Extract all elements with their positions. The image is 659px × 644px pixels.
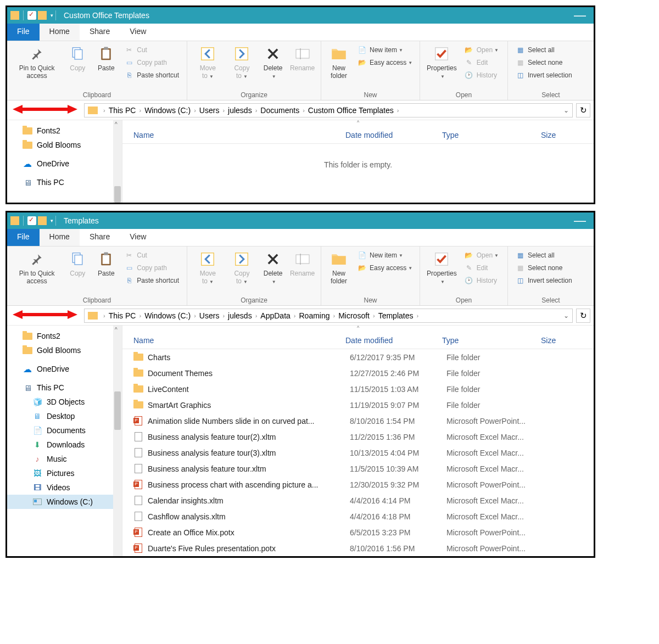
nav-item-this-pc[interactable]: 🖥This PC	[7, 175, 122, 189]
nav-item-fonts2[interactable]: Fonts2	[7, 329, 122, 343]
column-header-size[interactable]: Size	[535, 336, 568, 345]
title-bar[interactable]: ▾ Templates —	[7, 212, 594, 229]
delete-button[interactable]: Delete▼	[259, 43, 287, 82]
nav-scrollbar[interactable]: ^	[113, 326, 122, 556]
file-row[interactable]: Business process chart with ascending pi…	[122, 477, 594, 492]
column-header-size[interactable]: Size	[535, 131, 568, 139]
scroll-up-icon[interactable]: ^	[115, 327, 118, 333]
nav-item-pictures[interactable]: 🖼Pictures	[7, 466, 122, 480]
copy-to-button[interactable]: Copy to▼	[225, 249, 259, 287]
cut-button[interactable]: ✂Cut	[122, 44, 181, 55]
refresh-button[interactable]: ↻	[576, 309, 590, 323]
history-button[interactable]: 🕑History	[462, 70, 501, 81]
breadcrumb-segment[interactable]: Roaming	[298, 311, 331, 320]
breadcrumb-separator[interactable]: ›	[371, 312, 377, 319]
open-button[interactable]: 📂Open▼	[462, 44, 501, 55]
edit-button[interactable]: ✎Edit	[462, 262, 501, 273]
file-row[interactable]: Business analysis feature tour(2).xltm 1…	[122, 429, 594, 445]
column-header-name[interactable]: Name	[122, 131, 340, 139]
tab-view[interactable]: View	[120, 24, 156, 41]
nav-item-music[interactable]: ♪Music	[7, 452, 122, 466]
address-bar[interactable]: ›This PC›Windows (C:)›Users›julesds›Docu…	[84, 103, 573, 117]
nav-item-onedrive[interactable]: ☁OneDrive	[7, 156, 122, 171]
new-folder-button[interactable]: New folder	[325, 43, 353, 81]
breadcrumb-separator[interactable]: ›	[331, 312, 338, 319]
paste-shortcut-button[interactable]: ⎘Paste shortcut	[122, 275, 181, 286]
file-list-pane[interactable]: ^ Name Date modified Type Size This fold…	[122, 120, 594, 203]
file-row[interactable]: Create an Office Mix.potx 6/5/2015 3:23 …	[122, 524, 594, 540]
history-button[interactable]: 🕑History	[462, 275, 501, 286]
column-header-type[interactable]: Type	[437, 336, 535, 345]
breadcrumb-segment[interactable]: julesds	[227, 106, 253, 115]
select-all-button[interactable]: ▦Select all	[513, 44, 574, 55]
nav-item-onedrive[interactable]: ☁OneDrive	[7, 362, 122, 376]
refresh-button[interactable]: ↻	[576, 103, 590, 117]
file-row[interactable]: Animation slide Numbers slide in on curv…	[122, 413, 594, 429]
nav-item-fonts2[interactable]: Fonts2	[7, 124, 122, 138]
breadcrumb-separator[interactable]: ›	[292, 312, 298, 319]
column-header-date[interactable]: Date modified	[340, 131, 437, 139]
tab-share[interactable]: Share	[80, 24, 120, 41]
file-row[interactable]: Charts 6/12/2017 9:35 PM File folder	[122, 349, 594, 365]
file-row[interactable]: Duarte's Five Rules presentation.potx 8/…	[122, 540, 594, 556]
file-row[interactable]: SmartArt Graphics 11/19/2015 9:07 PM Fil…	[122, 397, 594, 413]
copy-button[interactable]: Copy	[63, 43, 92, 73]
minimize-button[interactable]: —	[569, 214, 590, 228]
tab-share[interactable]: Share	[80, 229, 120, 246]
qat-dropdown-icon[interactable]: ▾	[51, 13, 53, 18]
scrollbar-thumb[interactable]	[114, 391, 121, 430]
file-row[interactable]: LiveContent 11/15/2015 1:03 AM File fold…	[122, 381, 594, 397]
easy-access-button[interactable]: 📂Easy access▼	[355, 262, 415, 273]
file-row[interactable]: Document Themes 12/27/2015 2:46 PM File …	[122, 365, 594, 381]
breadcrumb-separator[interactable]: ›	[414, 312, 421, 319]
copy-button[interactable]: Copy	[63, 249, 92, 278]
breadcrumb-segment[interactable]: Templates	[377, 311, 415, 320]
address-dropdown-icon[interactable]: ⌄	[563, 107, 569, 114]
paste-button[interactable]: Paste	[92, 249, 120, 278]
breadcrumb-segment[interactable]: Microsoft	[337, 311, 371, 320]
column-header-type[interactable]: Type	[437, 131, 535, 139]
file-list-pane[interactable]: ^ Name Date modified Type Size Charts 6/…	[122, 326, 594, 556]
breadcrumb-segment[interactable]: Documents	[259, 106, 300, 115]
select-none-button[interactable]: ▦Select none	[513, 57, 574, 68]
breadcrumb-segment[interactable]: Windows (C:)	[143, 311, 192, 320]
edit-button[interactable]: ✎Edit	[462, 57, 501, 68]
minimize-button[interactable]: —	[569, 8, 590, 23]
tab-file[interactable]: File	[7, 24, 40, 41]
navigation-pane[interactable]: Fonts2 Gold Blooms ☁OneDrive 🖥This PC 🧊3…	[7, 326, 122, 556]
breadcrumb-separator[interactable]: ›	[220, 107, 227, 114]
scrollbar-thumb[interactable]	[114, 186, 121, 203]
copy-to-button[interactable]: Copy to▼	[225, 43, 259, 82]
navigation-pane[interactable]: Fonts2 Gold Blooms ☁OneDrive 🖥This PC ^	[7, 120, 122, 203]
nav-item-windows-c[interactable]: Windows (C:)	[7, 495, 122, 509]
nav-item-desktop[interactable]: 🖥Desktop	[7, 409, 122, 423]
qat-dropdown-icon[interactable]: ▾	[51, 218, 53, 223]
breadcrumb-segment[interactable]: AppData	[259, 311, 291, 320]
file-row[interactable]: Business analysis feature tour(3).xltm 1…	[122, 445, 594, 461]
copy-path-button[interactable]: ▭Copy path	[122, 262, 181, 273]
open-button[interactable]: 📂Open▼	[462, 250, 501, 261]
nav-item-gold-blooms[interactable]: Gold Blooms	[7, 138, 122, 152]
column-header-date[interactable]: Date modified	[340, 336, 437, 345]
delete-button[interactable]: Delete▼	[259, 249, 287, 287]
paste-shortcut-button[interactable]: ⎘Paste shortcut	[122, 70, 181, 81]
breadcrumb-segment[interactable]: Users	[198, 106, 221, 115]
breadcrumb-separator[interactable]: ›	[300, 107, 307, 114]
cut-button[interactable]: ✂Cut	[122, 250, 181, 261]
move-to-button[interactable]: Move to▼	[191, 249, 225, 287]
file-row[interactable]: Business analysis feature tour.xltm 11/5…	[122, 461, 594, 477]
pin-to-quick-access-button[interactable]: Pin to Quick access	[10, 249, 63, 286]
new-folder-button[interactable]: New folder	[325, 249, 353, 286]
nav-scrollbar[interactable]: ^	[113, 120, 122, 203]
breadcrumb-separator[interactable]: ›	[137, 107, 143, 114]
nav-item-documents[interactable]: 📄Documents	[7, 423, 122, 438]
tab-view[interactable]: View	[120, 229, 156, 246]
breadcrumb-separator[interactable]: ›	[395, 107, 401, 114]
rename-button[interactable]: Rename	[287, 43, 317, 73]
breadcrumb-segment[interactable]: Users	[198, 311, 221, 320]
breadcrumb-separator[interactable]: ›	[137, 312, 143, 319]
qat-properties-icon[interactable]	[27, 216, 36, 225]
new-item-button[interactable]: 📄New item▼	[355, 250, 415, 261]
breadcrumb-separator[interactable]: ›	[101, 312, 108, 319]
title-bar[interactable]: ▾ Custom Office Templates —	[7, 7, 594, 24]
